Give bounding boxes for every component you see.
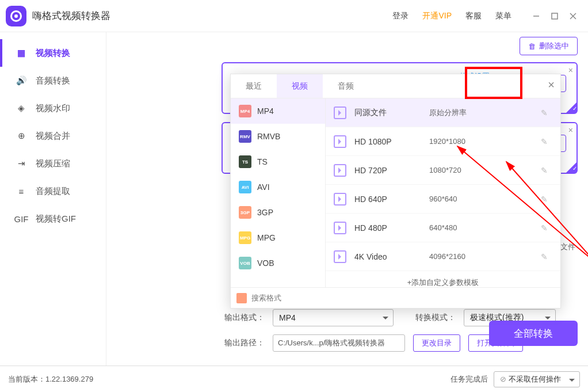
resolution-dim: 1080*720 xyxy=(429,166,541,174)
audio-convert-icon: 🔊 xyxy=(15,74,28,87)
output-path-input[interactable]: C:/Users/k...p/嗨格式视频转换器 xyxy=(273,334,405,352)
resolution-list: 同源文件原始分辨率✎HD 1080P1920*1080✎HD 720P1080*… xyxy=(326,98,560,287)
video-icon xyxy=(334,106,346,119)
edit-icon[interactable]: ✎ xyxy=(541,195,552,204)
watermark-icon: ◈ xyxy=(15,102,28,115)
after-task-label: 任务完成后 xyxy=(450,374,488,385)
format-label: MP4 xyxy=(257,106,274,116)
app-logo-icon xyxy=(6,6,26,26)
convert-mode-label: 转换模式： xyxy=(415,313,456,323)
sidebar-item-1[interactable]: 🔊音频转换 xyxy=(0,67,106,94)
edit-icon[interactable]: ✎ xyxy=(541,137,552,146)
format-item-mp4[interactable]: MP4MP4 xyxy=(231,98,325,124)
maximize-icon[interactable] xyxy=(545,7,564,25)
popup-tab-2[interactable]: 音频 xyxy=(323,74,369,98)
login-link[interactable]: 登录 xyxy=(392,11,408,21)
format-item-ts[interactable]: TSTS xyxy=(231,149,325,174)
sidebar-item-4[interactable]: ⇥视频压缩 xyxy=(0,150,106,177)
sidebar-item-6[interactable]: GIF视频转GIF xyxy=(0,205,106,233)
resolution-name: HD 1080P xyxy=(354,137,429,146)
sidebar-item-label: 视频合并 xyxy=(36,131,70,142)
check-corner-icon xyxy=(566,102,576,113)
format-icon: MP4 xyxy=(239,105,251,117)
popup-tabs: 最近视频音频× xyxy=(231,74,560,98)
format-item-avi[interactable]: AVIAVI xyxy=(231,174,325,200)
support-link[interactable]: 客服 xyxy=(465,11,482,21)
output-path-label: 输出路径： xyxy=(224,338,265,348)
card-close-icon[interactable]: × xyxy=(568,66,573,75)
format-label: AVI xyxy=(257,182,270,192)
sidebar-item-2[interactable]: ◈视频水印 xyxy=(0,94,106,122)
svg-rect-1 xyxy=(552,13,558,19)
search-format-input[interactable] xyxy=(250,293,349,303)
check-corner-icon xyxy=(566,162,576,173)
resolution-item-2[interactable]: HD 720P1080*720✎ xyxy=(326,156,560,185)
convert-all-button[interactable]: 全部转换 xyxy=(489,321,578,346)
resolution-item-1[interactable]: HD 1080P1920*1080✎ xyxy=(326,127,560,156)
format-item-rmvb[interactable]: RMVRMVB xyxy=(231,124,325,149)
video-icon xyxy=(334,135,346,148)
edit-icon[interactable]: ✎ xyxy=(541,252,552,261)
delete-selected-label: 删除选中 xyxy=(539,41,569,51)
menu-link[interactable]: 菜单 xyxy=(495,11,511,21)
sidebar-item-5[interactable]: ≡音频提取 xyxy=(0,177,106,205)
resolution-dim: 640*480 xyxy=(429,223,541,232)
after-task-select[interactable]: ⊘ 不采取任何操作 xyxy=(494,371,580,387)
compress-icon: ⇥ xyxy=(15,157,28,170)
format-item-mpg[interactable]: MPGMPG xyxy=(231,225,325,250)
resolution-item-3[interactable]: HD 640P960*640✎ xyxy=(326,185,560,214)
add-template-button[interactable]: +添加自定义参数模板 xyxy=(326,271,560,287)
search-format-icon xyxy=(236,293,247,303)
video-convert-icon: ▦ xyxy=(15,47,28,59)
format-label: MPG xyxy=(257,233,276,242)
format-label: VOB xyxy=(257,258,274,268)
delete-selected-button[interactable]: 🗑 删除选中 xyxy=(520,37,578,55)
edit-icon[interactable]: ✎ xyxy=(541,108,552,117)
resolution-dim: 1920*1080 xyxy=(429,137,541,146)
popup-tab-1[interactable]: 视频 xyxy=(277,74,323,98)
resolution-item-0[interactable]: 同源文件原始分辨率✎ xyxy=(326,98,560,127)
sidebar-item-0[interactable]: ▦视频转换 xyxy=(0,39,106,67)
edit-icon[interactable]: ✎ xyxy=(541,166,552,175)
sidebar-item-label: 音频提取 xyxy=(36,186,70,197)
sidebar: ▦视频转换🔊音频转换◈视频水印⊕视频合并⇥视频压缩≡音频提取GIF视频转GIF xyxy=(0,32,106,366)
format-label: RMVB xyxy=(257,132,280,141)
resolution-item-4[interactable]: HD 480P640*480✎ xyxy=(326,214,560,242)
format-item-3gp[interactable]: 3GP3GP xyxy=(231,200,325,225)
video-icon xyxy=(334,222,346,234)
format-label: 3GP xyxy=(257,208,273,217)
video-icon xyxy=(334,250,346,263)
popup-close-icon[interactable]: × xyxy=(548,79,555,90)
close-icon[interactable] xyxy=(564,7,582,25)
format-item-vob[interactable]: VOBVOB xyxy=(231,250,325,276)
sidebar-item-label: 视频水印 xyxy=(36,103,70,114)
main-area: 🗑 删除选中 × ⚙格式设置 🔊音频选取 转换(极速) ▾ × ⚙格式设置 xyxy=(106,32,588,366)
format-icon: VOB xyxy=(239,257,251,269)
resolution-item-5[interactable]: 4K Video4096*2160✎ xyxy=(326,242,560,271)
sidebar-item-label: 音频转换 xyxy=(36,75,70,86)
edit-icon[interactable]: ✎ xyxy=(541,223,552,233)
sidebar-item-3[interactable]: ⊕视频合并 xyxy=(0,122,106,150)
format-icon: AVI xyxy=(239,181,251,193)
output-format-label: 输出格式： xyxy=(224,313,265,323)
format-label: TS xyxy=(257,157,268,166)
format-icon: RMV xyxy=(239,130,251,143)
resolution-name: HD 720P xyxy=(354,166,429,175)
sidebar-item-label: 视频转GIF xyxy=(36,214,76,224)
minimize-icon[interactable] xyxy=(527,7,545,25)
vip-link[interactable]: 开通VIP xyxy=(422,11,452,21)
resolution-dim: 原始分辨率 xyxy=(429,108,541,118)
format-list: MP4MP4RMVRMVBTSTSAVIAVI3GP3GPMPGMPGVOBVO… xyxy=(231,98,326,287)
statusbar: 当前版本： 1.22.1369.279 任务完成后 ⊘ 不采取任何操作 xyxy=(0,366,588,392)
output-format-select[interactable]: MP4 xyxy=(273,309,394,326)
format-popup: 最近视频音频× MP4MP4RMVRMVBTSTSAVIAVI3GP3GPMPG… xyxy=(230,74,561,309)
resolution-name: HD 640P xyxy=(354,195,429,204)
gif-icon: GIF xyxy=(15,212,28,225)
popup-tab-0[interactable]: 最近 xyxy=(231,74,277,98)
app-title: 嗨格式视频转换器 xyxy=(32,9,110,22)
resolution-dim: 4096*2160 xyxy=(429,252,541,261)
resolution-name: HD 480P xyxy=(354,223,429,233)
card-close-icon[interactable]: × xyxy=(568,125,573,135)
resolution-name: 4K Video xyxy=(354,252,429,261)
change-dir-button[interactable]: 更改目录 xyxy=(413,334,460,352)
